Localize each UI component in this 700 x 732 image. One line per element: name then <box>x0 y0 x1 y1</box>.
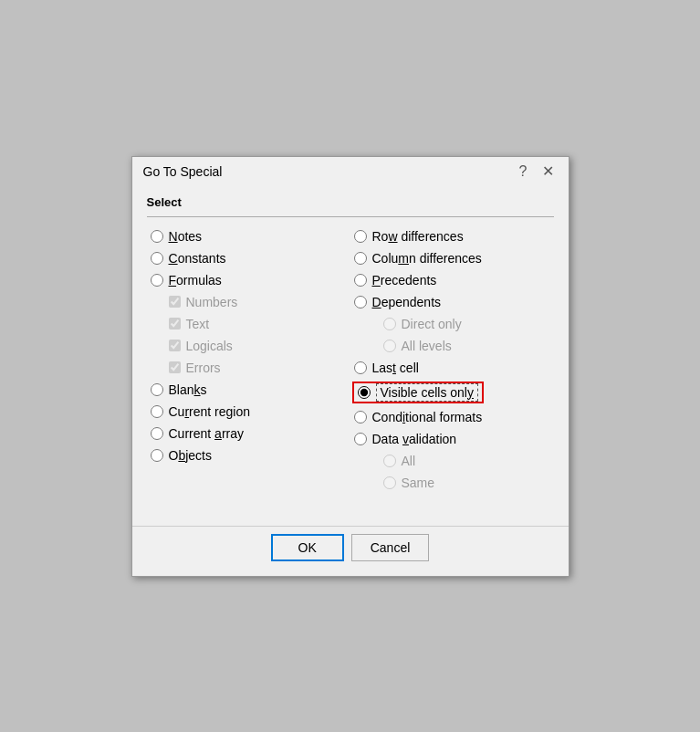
label-row-differences: Row differences <box>372 229 464 244</box>
dialog-body: Select Notes Constants Formulas <box>132 184 569 522</box>
left-column: Notes Constants Formulas Numbers <box>147 226 350 493</box>
radio-dependents[interactable]: Dependents <box>350 292 554 312</box>
label-current-region: Current region <box>169 404 251 419</box>
label-data-validation: Data validation <box>372 432 457 446</box>
label-current-array: Current array <box>169 426 245 441</box>
go-to-special-dialog: Go To Special ? ✕ Select Notes Constants <box>131 156 569 577</box>
label-same: Same <box>402 476 435 490</box>
radio-column-differences[interactable]: Column differences <box>350 248 554 268</box>
checkbox-logicals[interactable]: Logicals <box>147 336 350 356</box>
radio-conditional-formats[interactable]: Conditional formats <box>350 407 554 427</box>
label-text: Text <box>186 317 210 331</box>
label-all-levels: All levels <box>402 339 452 353</box>
ok-button[interactable]: OK <box>271 534 344 561</box>
visible-cells-label-text: Visible cells only <box>376 383 478 402</box>
radio-same[interactable]: Same <box>350 473 554 493</box>
label-last-cell: Last cell <box>372 361 419 375</box>
label-errors: Errors <box>186 361 221 375</box>
close-button[interactable]: ✕ <box>538 164 558 179</box>
cancel-button[interactable]: Cancel <box>351 534 430 561</box>
radio-last-cell[interactable]: Last cell <box>350 358 554 378</box>
radio-all-levels[interactable]: All levels <box>350 336 554 356</box>
radio-current-array[interactable]: Current array <box>147 424 350 444</box>
radio-blanks[interactable]: Blanks <box>147 380 350 400</box>
label-blanks: Blanks <box>169 382 207 397</box>
right-column: Row differences Column differences Prece… <box>350 226 554 493</box>
checkbox-errors[interactable]: Errors <box>147 358 350 378</box>
radio-notes[interactable]: Notes <box>147 226 350 246</box>
section-label: Select <box>147 195 554 209</box>
checkbox-text[interactable]: Text <box>147 314 350 334</box>
label-notes: Notes <box>169 229 203 244</box>
options-grid: Notes Constants Formulas Numbers <box>147 226 554 493</box>
label-all: All <box>402 454 416 468</box>
radio-visible-cells-only[interactable]: Visible cells only <box>350 380 554 405</box>
label-objects: Objects <box>169 448 212 463</box>
radio-constants[interactable]: Constants <box>147 248 350 268</box>
label-formulas: Formulas <box>169 273 222 288</box>
dialog-title: Go To Special <box>143 164 223 179</box>
label-conditional-formats: Conditional formats <box>372 410 483 424</box>
dialog-footer: OK Cancel <box>132 526 569 576</box>
radio-row-differences[interactable]: Row differences <box>350 226 554 246</box>
checkbox-numbers[interactable]: Numbers <box>147 292 350 312</box>
radio-objects[interactable]: Objects <box>147 445 350 465</box>
label-constants: Constants <box>169 251 226 266</box>
section-divider <box>147 216 554 217</box>
label-dependents: Dependents <box>372 295 442 309</box>
help-button[interactable]: ? <box>516 164 531 179</box>
radio-current-region[interactable]: Current region <box>147 402 350 422</box>
radio-direct-only[interactable]: Direct only <box>350 314 554 334</box>
label-column-differences: Column differences <box>372 251 482 266</box>
label-precedents: Precedents <box>372 273 437 288</box>
radio-formulas[interactable]: Formulas <box>147 270 350 290</box>
label-numbers: Numbers <box>186 295 238 309</box>
visible-cells-box: Visible cells only <box>352 382 484 403</box>
label-logicals: Logicals <box>186 339 233 353</box>
label-direct-only: Direct only <box>402 317 462 331</box>
title-bar-controls: ? ✕ <box>516 164 558 179</box>
title-bar: Go To Special ? ✕ <box>132 157 569 184</box>
label-visible-cells-only: Visible cells only <box>376 385 478 400</box>
radio-all[interactable]: All <box>350 451 554 471</box>
radio-data-validation[interactable]: Data validation <box>350 429 554 449</box>
radio-precedents[interactable]: Precedents <box>350 270 554 290</box>
